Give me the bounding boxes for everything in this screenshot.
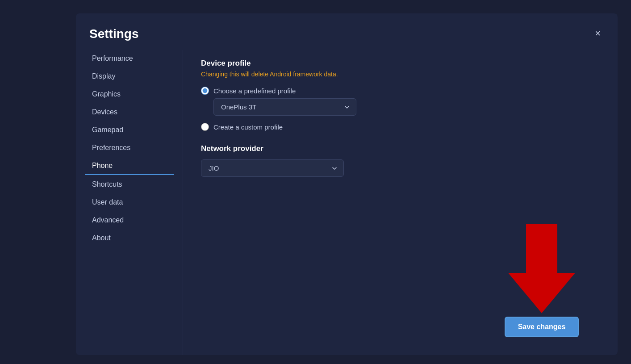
network-provider-title: Network provider bbox=[201, 144, 600, 153]
sidebar-item-about[interactable]: About bbox=[85, 230, 174, 247]
sidebar-item-user-data[interactable]: User data bbox=[85, 194, 174, 211]
profile-radio-group: Choose a predefined profile OnePlus 3T S… bbox=[201, 87, 600, 131]
sidebar-item-devices[interactable]: Devices bbox=[85, 104, 174, 121]
network-provider-section: Network provider JIO Airtel Vodafone BSN… bbox=[201, 144, 600, 177]
sidebar-item-display[interactable]: Display bbox=[85, 68, 174, 85]
device-profile-section: Device profile Changing this will delete… bbox=[201, 59, 600, 131]
custom-profile-radio[interactable] bbox=[201, 123, 209, 131]
device-profile-title: Device profile bbox=[201, 59, 600, 68]
sidebar-item-graphics[interactable]: Graphics bbox=[85, 86, 174, 103]
predefined-profile-option: Choose a predefined profile OnePlus 3T S… bbox=[201, 87, 600, 116]
save-changes-button[interactable]: Save changes bbox=[505, 317, 579, 337]
predefined-profile-label[interactable]: Choose a predefined profile bbox=[201, 87, 600, 95]
sidebar-item-phone[interactable]: Phone bbox=[85, 157, 174, 175]
close-button[interactable]: × bbox=[591, 27, 604, 40]
settings-modal: Settings × Performance Display Graphics … bbox=[76, 13, 618, 355]
sidebar-item-preferences[interactable]: Preferences bbox=[85, 139, 174, 156]
sidebar-item-shortcuts[interactable]: Shortcuts bbox=[85, 176, 174, 193]
predefined-profile-radio[interactable] bbox=[201, 87, 209, 95]
sidebar-item-performance[interactable]: Performance bbox=[85, 50, 174, 67]
device-profile-warning: Changing this will delete Android framew… bbox=[201, 71, 600, 78]
modal-title: Settings bbox=[89, 27, 138, 41]
modal-header: Settings × bbox=[76, 13, 618, 50]
down-arrow-icon bbox=[501, 224, 582, 313]
svg-marker-0 bbox=[508, 224, 575, 313]
profile-dropdown[interactable]: OnePlus 3T Samsung Galaxy S10 Pixel 4 Cu… bbox=[213, 98, 356, 116]
sidebar-item-advanced[interactable]: Advanced bbox=[85, 212, 174, 229]
network-provider-dropdown[interactable]: JIO Airtel Vodafone BSNL None bbox=[201, 159, 344, 177]
profile-dropdown-wrapper: OnePlus 3T Samsung Galaxy S10 Pixel 4 Cu… bbox=[213, 98, 600, 116]
predefined-profile-text: Choose a predefined profile bbox=[213, 87, 296, 95]
custom-profile-text: Create a custom profile bbox=[213, 123, 283, 131]
custom-profile-label[interactable]: Create a custom profile bbox=[201, 123, 600, 131]
sidebar: Performance Display Graphics Devices Gam… bbox=[76, 50, 183, 355]
sidebar-item-gamepad[interactable]: Gamepad bbox=[85, 121, 174, 138]
save-action-container: Save changes bbox=[501, 224, 582, 337]
